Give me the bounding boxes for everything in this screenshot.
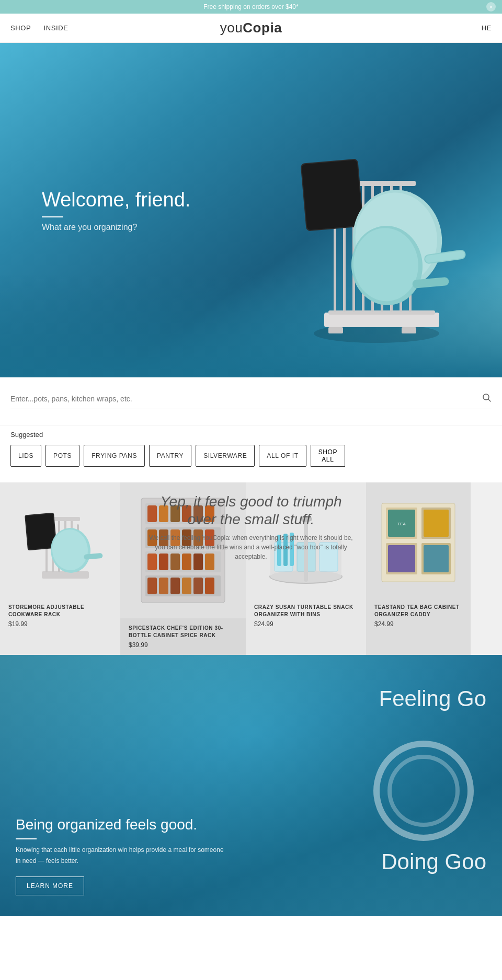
products-overlay-text: Yep, it feels good to triumph over the s… [146, 493, 356, 561]
svg-text:TEA: TEA [397, 522, 406, 526]
nav-left: SHOP INSIDE [10, 24, 69, 32]
hero-divider [42, 216, 63, 217]
banner-text: Free shipping on orders over $40* [203, 3, 298, 10]
svg-rect-14 [302, 160, 363, 230]
feeling-good-body: Knowing that each little organization wi… [16, 845, 225, 866]
products-section: Yep, it feels good to triumph over the s… [0, 482, 502, 655]
nav-shop-link[interactable]: SHOP [10, 24, 31, 32]
suggested-section: Suggested LIDS POTS FRYING PANS PANTRY S… [0, 425, 502, 482]
tag-frying-pans[interactable]: FRYING PANS [84, 445, 145, 467]
banner-close-button[interactable]: × [486, 2, 496, 11]
learn-more-button[interactable]: LEARN MORE [16, 877, 84, 895]
doing-good-label: Doing Goo [381, 849, 486, 874]
hero-subheading: What are you organizing? [42, 223, 190, 232]
svg-rect-22 [328, 327, 343, 333]
product-image-4: TEA [366, 482, 471, 597]
tag-pantry[interactable]: PANTRY [149, 445, 191, 467]
svg-point-91 [390, 757, 458, 825]
product-image-1 [0, 482, 120, 597]
product-info-4: TEASTAND TEA BAG CABINET ORGANIZER CADDY… [366, 597, 471, 634]
product-name-2: SPICESTACK CHEF'S EDITION 30-BOTTLE CABI… [129, 625, 237, 639]
hero-heading: Welcome, friend. [42, 189, 190, 211]
product-info-1: STOREMORE ADJUSTABLE COOKWARE RACK $19.9… [0, 597, 120, 634]
feeling-good-content: Being organized feels good. Knowing that… [0, 816, 241, 916]
doing-good-text: Doing Goo [381, 849, 486, 874]
tag-all-of-it[interactable]: ALL OF IT [259, 445, 306, 467]
nav-help-link[interactable]: HE [482, 24, 492, 32]
product-price-4: $24.99 [374, 620, 462, 628]
svg-rect-1 [324, 313, 439, 327]
product-price-2: $39.99 [129, 641, 237, 649]
svg-rect-87 [424, 510, 449, 537]
product-card-1[interactable]: STOREMORE ADJUSTABLE COOKWARE RACK $19.9… [0, 482, 120, 655]
search-button[interactable] [482, 393, 492, 405]
hero-section: Welcome, friend. What are you organizing… [0, 43, 502, 377]
search-bar [10, 393, 492, 409]
main-nav: SHOP INSIDE youCopia HE [0, 14, 502, 43]
feeling-go-text: Feeling Go [379, 686, 486, 711]
feeling-right-text: Feeling Go [379, 686, 486, 711]
svg-rect-64 [170, 578, 180, 594]
tag-shop-all[interactable]: SHOPALL [311, 445, 345, 467]
search-input[interactable] [10, 395, 482, 403]
product-price-3: $24.99 [254, 620, 358, 628]
tag-pots[interactable]: POTS [45, 445, 79, 467]
svg-rect-62 [147, 578, 157, 594]
product-name-4: TEASTAND TEA BAG CABINET ORGANIZER CADDY [374, 604, 462, 618]
product-price-1: $19.99 [8, 620, 112, 628]
product-name-1: STOREMORE ADJUSTABLE COOKWARE RACK [8, 604, 112, 618]
svg-rect-89 [424, 545, 449, 572]
svg-rect-66 [193, 578, 203, 594]
tag-silverware[interactable]: SILVERWARE [196, 445, 255, 467]
product-info-2: SPICESTACK CHEF'S EDITION 30-BOTTLE CABI… [120, 618, 246, 655]
top-banner: Free shipping on orders over $40* × [0, 0, 502, 14]
tag-lids[interactable]: LIDS [10, 445, 41, 467]
svg-rect-63 [159, 578, 168, 594]
search-section [0, 377, 502, 425]
feeling-good-section: Feeling Go Doing Goo Being organized fee… [0, 655, 502, 916]
svg-rect-26 [42, 571, 89, 579]
svg-line-25 [488, 399, 491, 402]
svg-rect-35 [26, 514, 55, 549]
nav-inside-link[interactable]: INSIDE [43, 24, 68, 32]
svg-rect-23 [402, 327, 416, 333]
hero-product-illustration [272, 103, 471, 356]
svg-rect-67 [205, 578, 214, 594]
product-name-3: CRAZY SUSAN TURNTABLE SNACK ORGANIZER WI… [254, 604, 358, 618]
overlay-heading: Yep, it feels good to triumph over the s… [146, 493, 356, 528]
suggested-tags: LIDS POTS FRYING PANS PANTRY SILVERWARE … [10, 445, 492, 467]
circle-decoration [371, 739, 476, 845]
feeling-good-heading: Being organized feels good. [16, 816, 225, 833]
svg-rect-88 [388, 545, 415, 572]
product-card-4[interactable]: TEA TEASTAND TEA BAG CABINET ORGANIZER C… [366, 482, 471, 655]
svg-rect-65 [182, 578, 191, 594]
site-logo[interactable]: youCopia [220, 20, 282, 36]
product-info-3: CRAZY SUSAN TURNTABLE SNACK ORGANIZER WI… [246, 597, 366, 634]
suggested-label: Suggested [10, 431, 492, 439]
feeling-good-divider [16, 838, 37, 839]
overlay-body: We call the feeling YouCopia: when every… [146, 533, 356, 561]
hero-text-block: Welcome, friend. What are you organizing… [42, 189, 190, 232]
